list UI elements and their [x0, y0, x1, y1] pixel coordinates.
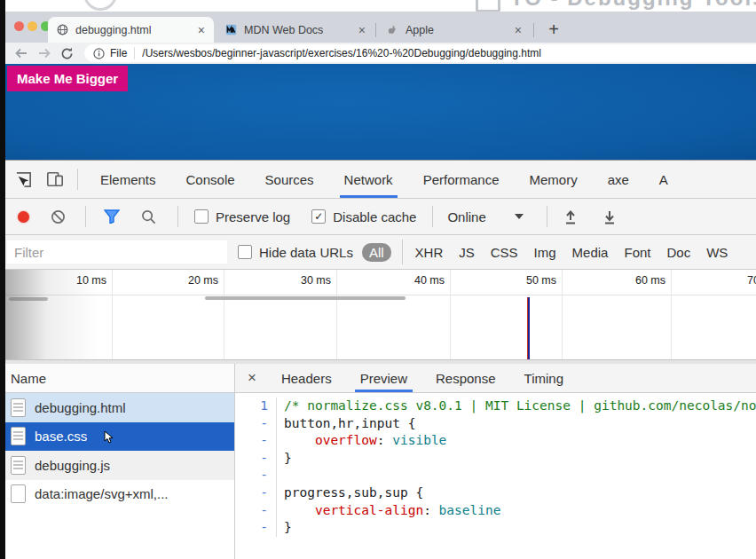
tab-debugging-html[interactable]: debugging.html ×	[48, 17, 214, 43]
tab-apple[interactable]: Apple ×	[378, 17, 531, 43]
code-preview[interactable]: 1 /* normalize.css v8.0.1 | MIT License …	[235, 393, 756, 559]
tab-console[interactable]: Console	[171, 161, 250, 198]
search-icon[interactable]	[141, 209, 156, 224]
toolbar-separator	[432, 206, 433, 227]
network-filter-row: Hide data URLs All XHR JS CSS Img Media …	[5, 235, 756, 270]
toolbar-separator	[177, 206, 178, 227]
code-line: 1 /* normalize.css v8.0.1 | MIT License …	[235, 398, 756, 415]
import-har-icon[interactable]	[563, 209, 578, 224]
tab-close-icon[interactable]: ×	[198, 24, 205, 36]
traffic-light-minimize[interactable]	[28, 21, 37, 31]
tab-divider	[375, 23, 376, 37]
inspect-element-icon[interactable]	[14, 170, 33, 189]
gridline	[562, 270, 563, 359]
close-icon[interactable]: ×	[248, 369, 256, 387]
gridline	[224, 270, 224, 359]
request-row-data-svg[interactable]: data:image/svg+xml,...	[5, 480, 234, 509]
requests-name-header[interactable]: Name	[5, 364, 235, 393]
filter-type-doc[interactable]: Doc	[666, 245, 690, 260]
tab-application-clipped[interactable]: A	[644, 161, 683, 198]
tab-memory[interactable]: Memory	[515, 161, 593, 198]
filter-type-xhr[interactable]: XHR	[415, 245, 444, 260]
gridline	[450, 270, 451, 359]
filter-type-ws[interactable]: WS	[706, 245, 728, 260]
tab-timing[interactable]: Timing	[510, 364, 578, 392]
code-line: - }	[235, 450, 756, 468]
network-toolbar: Preserve log ✓ Disable cache Online	[5, 199, 756, 235]
traffic-light-close[interactable]	[14, 21, 24, 31]
toolbar-separator	[77, 169, 78, 190]
tab-close-icon[interactable]: ×	[515, 24, 522, 36]
document-icon	[11, 456, 26, 475]
forward-icon[interactable]	[37, 47, 51, 59]
new-tab-button[interactable]: +	[543, 17, 564, 42]
screenshot-root: TO - Debugging Tools debugging.html × MD…	[0, 0, 756, 559]
globe-icon	[57, 24, 68, 35]
preserve-log-checkbox[interactable]	[194, 209, 209, 224]
overview-bar	[205, 296, 406, 300]
disable-cache-checkbox[interactable]: ✓	[311, 209, 326, 224]
document-icon	[11, 427, 26, 445]
apple-favicon	[387, 24, 398, 35]
url-divider	[134, 47, 135, 59]
preserve-log-label[interactable]: Preserve log	[216, 209, 290, 224]
back-icon[interactable]	[14, 47, 28, 59]
filter-icon[interactable]	[104, 209, 120, 224]
url-field[interactable]: File /Users/wesbos/beginner-javascript/e…	[84, 44, 756, 62]
device-toolbar-icon[interactable]	[45, 170, 65, 188]
tab-response[interactable]: Response	[421, 364, 510, 392]
tab-preview[interactable]: Preview	[346, 364, 421, 392]
overview-left-shade	[5, 270, 98, 359]
make-me-bigger-button[interactable]: Make Me Bigger	[7, 66, 128, 91]
throttling-dropdown[interactable]: Online	[447, 209, 485, 224]
url-path: /Users/wesbos/beginner-javascript/exerci…	[142, 47, 541, 59]
mouse-cursor-icon	[101, 430, 114, 445]
requests-list: debugging.html base.css debugging.js dat…	[5, 393, 235, 559]
hide-data-urls-checkbox[interactable]	[238, 245, 252, 259]
export-har-icon[interactable]	[602, 209, 617, 224]
tab-axe[interactable]: axe	[593, 161, 644, 198]
gridline	[671, 270, 672, 359]
tab-sources[interactable]: Sources	[250, 161, 329, 198]
video-overlay-strip: TO - Debugging Tools	[0, 0, 756, 12]
clear-icon[interactable]	[51, 209, 66, 224]
filter-type-js[interactable]: JS	[459, 245, 475, 260]
preview-pane-header: × Headers Preview Response Timing	[235, 364, 756, 393]
browser-tab-strip: debugging.html × MDN Web Docs × Apple × …	[5, 12, 756, 43]
filter-type-css[interactable]: CSS	[491, 245, 518, 260]
filter-separator	[402, 240, 403, 264]
record-button[interactable]	[18, 211, 29, 223]
filter-input[interactable]	[7, 240, 227, 264]
request-row-base-css[interactable]: base.css	[5, 422, 234, 452]
filter-type-font[interactable]: Font	[624, 245, 650, 260]
filter-type-media[interactable]: Media	[572, 245, 609, 260]
tab-headers[interactable]: Headers	[267, 364, 346, 392]
filter-type-all[interactable]: All	[362, 243, 391, 262]
code-line: - button,hr,input {	[235, 415, 756, 433]
hide-data-urls-label[interactable]: Hide data URLs	[259, 245, 353, 260]
chevron-down-icon[interactable]	[515, 214, 524, 219]
ruler-tick: 60 ms	[635, 274, 665, 287]
tab-elements[interactable]: Elements	[85, 161, 171, 198]
filter-type-img[interactable]: Img	[534, 245, 556, 260]
tab-label: MDN Web Docs	[244, 24, 323, 36]
tab-mdn-web-docs[interactable]: MDN Web Docs ×	[217, 17, 374, 43]
tab-close-icon[interactable]: ×	[358, 24, 366, 36]
tab-performance[interactable]: Performance	[408, 161, 515, 198]
disable-cache-label[interactable]: Disable cache	[333, 209, 416, 224]
info-icon[interactable]	[93, 48, 105, 59]
document-icon	[11, 398, 26, 417]
network-overview[interactable]: 10 ms 20 ms 30 ms 40 ms 50 ms 60 ms 70 m…	[5, 270, 756, 359]
screen-left-edge	[0, 0, 5, 559]
tab-label: debugging.html	[75, 24, 151, 36]
reload-icon[interactable]	[60, 47, 74, 60]
tab-label: Apple	[406, 24, 434, 36]
request-row-debugging-js[interactable]: debugging.js	[5, 451, 234, 480]
overlay-title: TO - Debugging Tools	[510, 0, 756, 11]
tab-network[interactable]: Network	[329, 161, 408, 198]
ruler-tick: 70 ms	[747, 274, 756, 287]
gridline	[112, 270, 113, 359]
gridline	[336, 270, 337, 359]
request-row-debugging-html[interactable]: debugging.html	[5, 393, 234, 422]
toolbar-separator	[85, 206, 86, 227]
